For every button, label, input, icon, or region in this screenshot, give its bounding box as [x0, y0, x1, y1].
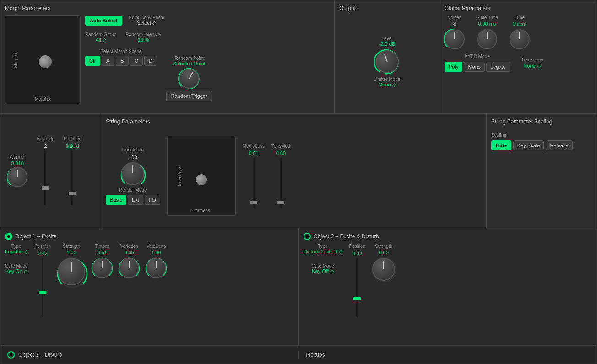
key-scale-button[interactable]: Key Scale [513, 140, 544, 150]
object2-title: Object 2 – Excite & Disturb [314, 233, 379, 240]
object2-strength-knob[interactable] [372, 258, 395, 281]
stiffness-label: Stiffness [193, 208, 210, 213]
object2-type-group: Type Disturb 2-sided ◇ [304, 244, 342, 255]
scene-btn-ctr[interactable]: Ctr [85, 56, 100, 66]
scene-btn-b[interactable]: B [116, 56, 129, 66]
kybd-legato-button[interactable]: Legato [486, 62, 510, 72]
object2-position-label: Position [349, 244, 366, 249]
tens-mod-group: TensMod 0.00 [271, 144, 290, 208]
object1-velosens-knob-wrapper [146, 258, 166, 278]
object1-type-value[interactable]: Impulse ◇ [5, 249, 28, 255]
kybd-mode-group: KYBD Mode Poly Mono Legato [445, 54, 510, 72]
morph-y-label: MorphY [13, 52, 18, 68]
bend-dn-label: Bend Dn [64, 136, 81, 141]
tens-mod-label: TensMod [271, 144, 290, 149]
select-morph-scene-label: Select Morph Scene [85, 49, 157, 54]
object1-velosens-value: 1.00 [151, 250, 161, 255]
bend-dn-value: linked [66, 143, 79, 149]
random-trigger-button[interactable]: Random Trigger [166, 91, 212, 101]
object1-strength-value: 1.00 [66, 250, 76, 255]
object2-position-slider[interactable] [356, 258, 358, 317]
auto-select-button[interactable]: Auto Select [85, 16, 122, 26]
scene-btn-c[interactable]: C [130, 56, 143, 66]
tune-knob[interactable] [510, 29, 530, 49]
render-mode-label: Render Mode [119, 187, 147, 193]
object2-gate-label: Gate Mode [311, 263, 334, 268]
morph-xy-pad[interactable]: MorphY MorphX [5, 15, 81, 104]
object1-velosens-group: VeloSens 1.00 [146, 244, 166, 278]
select-value[interactable]: Select ◇ [137, 20, 156, 26]
release-button[interactable]: Release [546, 140, 572, 150]
kybd-mono-button[interactable]: Mono [464, 62, 485, 72]
object1-power-button[interactable] [5, 233, 12, 240]
global-panel: Global Parameters Voices 8 [440, 0, 597, 113]
object2-gate-value[interactable]: Key Off ◇ [312, 268, 334, 274]
object1-timbre-value: 0.51 [97, 250, 107, 255]
media-loss-slider[interactable] [253, 158, 255, 208]
random-group-label: Random Group [85, 32, 116, 37]
tune-knob-wrapper [510, 29, 530, 49]
object1-timbre-knob[interactable] [92, 258, 112, 278]
scene-btn-d[interactable]: D [144, 56, 157, 66]
random-intensity-knob-wrapper [179, 69, 199, 89]
bend-dn-slider[interactable] [71, 150, 73, 205]
tune-label: Tune [515, 15, 525, 20]
level-label: Level [382, 36, 393, 41]
transpose-value[interactable]: None ◇ [523, 63, 540, 69]
voices-knob[interactable] [445, 29, 465, 49]
string-params-panel: String Parameters Resolution 100 Render … [101, 114, 487, 228]
object1-strength-knob[interactable] [58, 258, 85, 285]
object2-title-group: Object 2 – Excite & Disturb [304, 233, 592, 240]
level-group: Level -2.0 dB [379, 36, 395, 47]
object2-type-label: Type [318, 244, 328, 249]
object2-gate-group: Gate Mode Key Off ◇ [304, 263, 342, 274]
limiter-mode-value[interactable]: Mono ◇ [378, 82, 396, 88]
object1-strength-group: Strength 1.00 [58, 244, 85, 285]
glide-knob[interactable] [477, 29, 497, 49]
warmth-knob[interactable] [7, 167, 27, 187]
tens-mod-value: 0.00 [276, 150, 286, 156]
random-point-value: Selected Point [173, 61, 206, 66]
object1-position-slider[interactable] [42, 258, 43, 317]
object3-power-button[interactable] [7, 351, 15, 359]
level-knob-wrapper [376, 50, 399, 73]
warmth-label: Warmth [10, 155, 26, 160]
object2-strength-group: Strength 0.00 [372, 244, 395, 281]
string-scaling-title: String Parameter Scaling [491, 118, 592, 125]
object1-variation-value: 0.65 [124, 250, 134, 255]
innerloss-stiffness-box[interactable]: InnerLoss Stiffness [167, 136, 236, 216]
render-hd-button[interactable]: HD [145, 195, 160, 205]
bend-up-slider[interactable] [44, 150, 46, 205]
select-morph-scene-group: Select Morph Scene Ctr A B C D [85, 49, 157, 66]
hide-button[interactable]: Hide [491, 140, 511, 150]
render-buttons-group: Basic Ext HD [106, 195, 160, 205]
object1-title-group: Object 1 – Excite [5, 233, 294, 240]
render-ext-button[interactable]: Ext [128, 195, 143, 205]
object1-gate-value[interactable]: Key On ◇ [5, 268, 27, 274]
warmth-knob-wrapper [7, 167, 27, 187]
scaling-label: Scaling [491, 133, 506, 138]
bend-up-value: 2 [44, 143, 47, 149]
object2-strength-knob-wrapper [372, 258, 395, 281]
random-group-group: Random Group All ◇ [85, 32, 116, 43]
render-basic-button[interactable]: Basic [106, 195, 126, 205]
kybd-poly-button[interactable]: Poly [445, 62, 462, 72]
object1-velosens-knob[interactable] [146, 258, 166, 278]
scene-btn-a[interactable]: A [102, 56, 114, 66]
object2-type-value[interactable]: Disturb 2-sided ◇ [304, 249, 342, 255]
transpose-label: Transpose [521, 57, 543, 62]
scene-buttons-group: Ctr A B C D [85, 56, 157, 66]
pickups-section: Pickups [299, 352, 597, 358]
bend-up-label: Bend Up [37, 136, 54, 141]
object1-position-value: 0.42 [38, 251, 48, 256]
lowest-bar: Object 3 – Disturb Pickups [0, 345, 597, 364]
object1-timbre-group: Timbre 0.51 [92, 244, 112, 278]
object1-variation-knob[interactable] [119, 258, 139, 278]
tens-mod-slider[interactable] [280, 158, 282, 208]
level-value: -2.0 dB [379, 41, 395, 47]
resolution-knob[interactable] [121, 162, 144, 185]
morph-title: Morph Parameters [5, 5, 330, 11]
object2-power-button[interactable] [304, 233, 311, 240]
random-group-value[interactable]: All ◇ [96, 37, 106, 43]
resolution-value: 100 [129, 155, 137, 160]
